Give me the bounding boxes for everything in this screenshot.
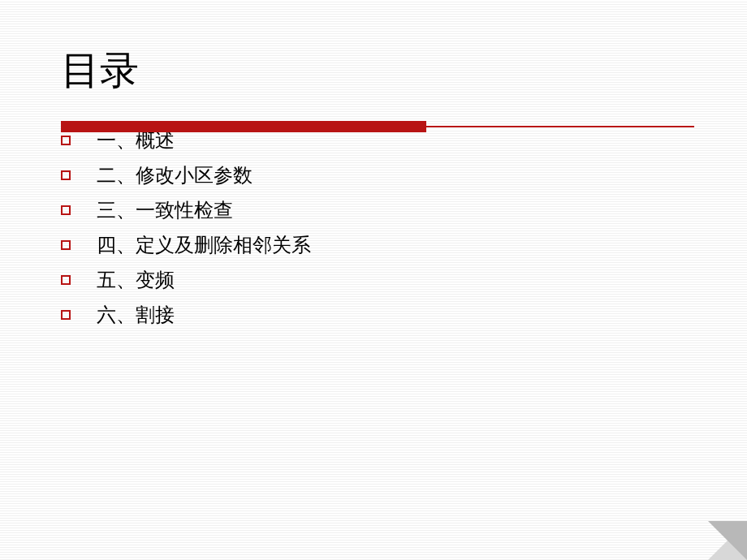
list-item: 四、定义及删除相邻关系 xyxy=(61,232,686,258)
square-bullet-icon xyxy=(61,170,71,180)
list-item-label: 三、一致性检查 xyxy=(97,197,233,223)
square-bullet-icon xyxy=(61,240,71,250)
divider-thick-bar xyxy=(61,121,426,132)
square-bullet-icon xyxy=(61,275,71,285)
list-item-label: 二、修改小区参数 xyxy=(97,162,253,188)
title-divider xyxy=(61,121,686,132)
list-item: 二、修改小区参数 xyxy=(61,162,686,188)
square-bullet-icon xyxy=(61,205,71,215)
list-item-label: 五、变频 xyxy=(97,267,175,293)
list-item: 三、一致性检查 xyxy=(61,197,686,223)
list-item-label: 六、割接 xyxy=(97,302,175,328)
toc-list: 一、概述 二、修改小区参数 三、一致性检查 四、定义及删除相邻关系 五、变频 六… xyxy=(61,127,686,328)
page-title: 目录 xyxy=(61,45,686,97)
list-item: 六、割接 xyxy=(61,302,686,328)
list-item-label: 四、定义及删除相邻关系 xyxy=(97,232,311,258)
list-item: 五、变频 xyxy=(61,267,686,293)
square-bullet-icon xyxy=(61,136,71,145)
square-bullet-icon xyxy=(61,310,71,320)
slide-container: 目录 一、概述 二、修改小区参数 三、一致性检查 四、定义及删除相邻关系 五、变… xyxy=(0,0,747,560)
page-corner-fold-icon xyxy=(708,521,747,560)
